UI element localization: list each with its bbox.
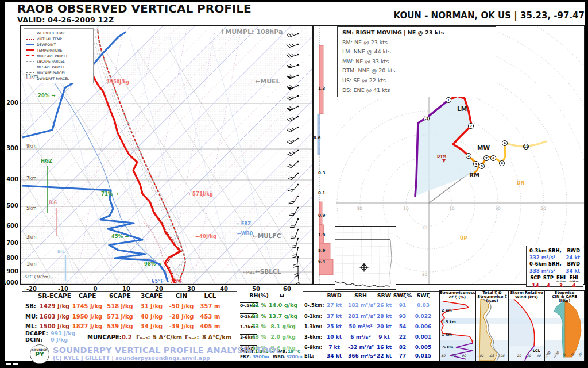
panel-title: Wind (kts) <box>509 296 544 300</box>
location-map <box>335 226 396 290</box>
swzeta-value: 0.03 <box>411 303 436 309</box>
muncape-label: MUNCAPE: <box>87 334 122 340</box>
ml-srecape: 1500 J/kg <box>34 323 75 329</box>
pressure-tick: 800 <box>3 255 18 261</box>
legend-label: MUCAPE PARCEL <box>37 71 66 75</box>
omega-value: 0.9 <box>318 214 325 218</box>
frame-mark <box>13 363 18 365</box>
scp-value: 14 <box>532 283 539 289</box>
ehi-0-3-value: 4 <box>572 283 575 289</box>
srh-value: 281 m²/s² <box>348 314 373 320</box>
kin-header: SRH <box>348 293 373 298</box>
pressure-tick: 200 <box>3 99 18 106</box>
hodo-marker-label: 6 <box>492 156 494 160</box>
legend-swatch-temperature <box>26 49 34 51</box>
county-lines <box>335 227 394 286</box>
panel-tick: .03 <box>489 354 494 358</box>
legend-label: DEWPOINT <box>37 43 56 47</box>
dn-label: DN <box>517 181 524 186</box>
kin-layer-label: 0-1km: <box>304 315 322 320</box>
sm-line: RM: NE @ 23 kts <box>342 38 491 48</box>
temp-tick: 60 <box>278 286 296 292</box>
mulfc-label: ←MULFC <box>253 233 281 240</box>
dcape-label: DCAPE: <box>25 331 48 336</box>
state-border-river <box>335 281 390 287</box>
thermo-header: CAPE <box>70 293 105 300</box>
mumpl-label: ↑MUMPL: 108hPa <box>220 29 283 36</box>
lapse-0-3-value: 5 Δ°C/km <box>153 334 182 340</box>
legend-label: VIRTUAL TEMP <box>37 37 62 41</box>
hodo-marker-label: 8 <box>501 162 503 165</box>
hodo-marker-label: 9 <box>504 141 506 145</box>
sounderpy-logo: SOUNDER PY <box>30 344 49 364</box>
frz-value-label: FRZ: <box>240 355 251 359</box>
sb-cin: -50 J/kg <box>167 303 196 309</box>
scp-label: SCP <box>530 275 541 280</box>
muncape-value: 0.2 <box>122 334 132 340</box>
pressure-tick: 700 <box>3 240 18 246</box>
legend-label: SBCAPE PARCEL <box>37 59 65 63</box>
panel-tick: .01 <box>478 354 484 358</box>
rh-value: 73 % <box>249 324 269 329</box>
bwd-value: 27 kt <box>322 303 347 309</box>
swzeta-value: 0.005 <box>411 345 436 351</box>
ehi-0-1-label: EHI <box>556 275 566 280</box>
legend-swatch-mucape <box>26 72 34 73</box>
omega-value: 6.4 <box>318 260 325 264</box>
station-label: KOUN - NORMAN, OK US | 35.23, -97.47 <box>355 11 585 21</box>
mixing-ratio-value: 8.1 g/kg <box>269 324 297 329</box>
stp-label: STP <box>543 275 554 280</box>
legend-swatch-virtualtemp <box>26 39 34 40</box>
omega-plot <box>314 26 336 284</box>
pressure-tick: 1000 <box>0 279 18 286</box>
panel-tick: 70 <box>451 354 456 358</box>
page-title: RAOB OBSERVED VERTICAL PROFILE <box>17 2 252 15</box>
sfc-dewpoint-label: 65°F <box>152 279 164 285</box>
panel-title: (J/kg) <box>544 299 585 303</box>
hodo-marker-label: .5 <box>425 117 428 120</box>
skewt-panel: WETBULB TEMP VIRTUAL TEMP DEWPOINT TEMPE… <box>20 25 313 285</box>
srh-value: -32 m²/s² <box>348 345 373 351</box>
height-label: 13km <box>25 75 38 80</box>
rh-annotation: 71% → <box>101 191 118 197</box>
ehi-0-1-value: 3 <box>559 283 563 289</box>
rh-value: 94 % <box>249 313 269 319</box>
streamwiseness-panel <box>439 290 475 361</box>
kin-layer-label: EIL: <box>304 354 314 359</box>
panel-tick: 30 <box>527 354 531 358</box>
logo-main-text: PY <box>30 352 49 358</box>
legend-label: TEMPERATURE <box>37 48 62 52</box>
mu-6cape: 571 J/kg <box>103 313 137 320</box>
rm-label: RM <box>469 171 480 178</box>
up-label: UP <box>460 236 467 241</box>
sm-line: DTM: NNE @ 20 kts <box>342 66 491 76</box>
legend-swatch-muecape <box>26 55 34 56</box>
kin-layer-label: 6-9km: <box>304 346 322 351</box>
streamwiseness-plot <box>440 291 475 361</box>
rh-header: RH(%) <box>248 293 270 298</box>
kin-layer-label: 1-3km: <box>304 325 322 330</box>
srh-value: 50 m²/s² <box>348 324 373 330</box>
srh-value: 6 m²/s² <box>348 335 373 340</box>
ml-cin: -39 J/kg <box>167 323 196 329</box>
sb-6cape: 518 J/kg <box>103 303 137 309</box>
omega-value: 5.9 <box>318 249 325 254</box>
panel-tick: 20 <box>517 354 521 358</box>
wb-value: 19 °C <box>288 350 300 354</box>
ml-6cape: 539 J/kg <box>103 323 137 329</box>
omega-value: 0.6 <box>314 136 320 141</box>
height-label: 3km <box>26 235 37 240</box>
hgz-label: HGZ <box>41 159 52 164</box>
srh-0-3-value: 332 m²/s² <box>529 255 555 262</box>
height-label: 7km <box>26 177 37 182</box>
ml-3cape: 34 J/kg <box>134 323 169 329</box>
panel-tick: 50 <box>441 354 446 358</box>
pressure-tick: 300 <box>3 145 18 151</box>
legend-swatch-sbcape <box>26 61 34 62</box>
sb-lcl: 357 m <box>196 303 225 309</box>
lm-label: LM <box>457 105 467 112</box>
footer-brand: SOUNDERPY VERTICAL PROFILE ANALYSIS TOOL <box>53 346 202 355</box>
sm-line: US: SE @ 22 kts <box>342 76 491 86</box>
omega-strip <box>313 25 336 285</box>
rh-annotation: 20% → <box>38 93 55 98</box>
